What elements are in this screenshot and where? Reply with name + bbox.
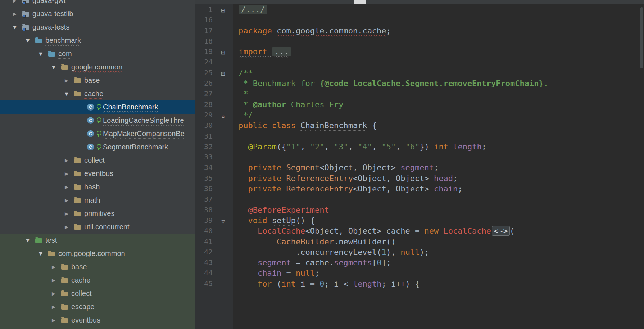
code-text[interactable]: */ xyxy=(233,110,253,120)
chevron-right-icon[interactable]: ▶ xyxy=(65,171,74,176)
folded-region-chip[interactable]: <~> xyxy=(492,226,510,236)
code-token: void xyxy=(248,216,267,225)
tree-item-guava-tests[interactable]: ▼guava-tests xyxy=(0,21,195,34)
tree-item-google-common[interactable]: ▼google.common xyxy=(0,60,195,74)
code-token: LocalCache xyxy=(258,226,305,235)
chevron-right-icon[interactable]: ▶ xyxy=(52,317,61,323)
code-text[interactable] xyxy=(233,194,239,204)
code-token: , xyxy=(372,142,382,151)
scrollbar-thumb[interactable] xyxy=(640,7,643,68)
test-scope-filler xyxy=(0,327,195,329)
tree-item-label: cache xyxy=(84,90,105,98)
chevron-right-icon[interactable]: ▶ xyxy=(52,291,61,296)
code-text[interactable]: @BeforeExperiment xyxy=(233,205,329,215)
chevron-down-icon[interactable]: ▼ xyxy=(26,38,35,43)
class-icon: C xyxy=(87,117,94,124)
code-text[interactable]: * xyxy=(233,89,248,99)
tree-item-guava-testlib[interactable]: ▶guava-testlib xyxy=(0,7,195,21)
chevron-right-icon[interactable]: ▶ xyxy=(52,278,61,283)
code-text[interactable]: .concurrencyLevel(1), null); xyxy=(233,247,429,257)
code-text[interactable]: * @author Charles Fry xyxy=(233,99,343,110)
code-token: ]; xyxy=(381,258,391,267)
chevron-down-icon[interactable]: ▼ xyxy=(26,238,35,243)
code-text[interactable] xyxy=(233,57,239,67)
tree-item-hash[interactable]: ▶hash xyxy=(0,180,195,194)
tree-item-segmentbenchmark[interactable]: CSegmentBenchmark xyxy=(0,140,195,154)
fold-marker-icon[interactable]: ⌂ xyxy=(213,110,233,120)
code-token xyxy=(239,174,248,183)
code-text[interactable] xyxy=(233,36,239,46)
fold-gutter xyxy=(213,247,233,257)
chevron-right-icon[interactable]: ▶ xyxy=(52,304,61,310)
chevron-down-icon[interactable]: ▼ xyxy=(39,51,48,57)
tree-item-math[interactable]: ▶math xyxy=(0,194,195,207)
chevron-down-icon[interactable]: ▼ xyxy=(39,251,48,256)
tree-item-util-concurrent[interactable]: ▶util.concurrent xyxy=(0,220,195,234)
code-text[interactable]: import ... xyxy=(233,46,291,57)
chevron-right-icon[interactable]: ▶ xyxy=(65,211,74,216)
tree-item-base[interactable]: ▶base xyxy=(0,260,195,274)
code-text[interactable]: /.../ xyxy=(233,4,267,15)
code-text[interactable]: chain = null; xyxy=(233,268,319,278)
code-text[interactable]: public class ChainBenchmark { xyxy=(233,120,377,131)
tree-item-mapmakercomparisonbe[interactable]: CMapMakerComparisonBe xyxy=(0,127,195,140)
tree-item-escape[interactable]: ▶escape xyxy=(0,300,195,314)
chevron-right-icon[interactable]: ▶ xyxy=(65,184,74,190)
fold-marker-icon[interactable]: ⊞ xyxy=(213,46,233,57)
tree-item-eventbus[interactable]: ▶eventbus xyxy=(0,167,195,180)
chevron-right-icon[interactable]: ▶ xyxy=(65,78,74,83)
editor-line: 35 private ReferenceEntry<Object, Object… xyxy=(195,173,644,184)
folded-region-chip[interactable]: ... xyxy=(272,47,291,56)
fold-marker-icon[interactable]: ⊟ xyxy=(213,68,233,78)
code-text[interactable]: package com.google.common.cache; xyxy=(233,26,391,36)
tree-item-loadingcachesinglethre[interactable]: CLoadingCacheSingleThre xyxy=(0,114,195,127)
tree-item-cache[interactable]: ▼cache xyxy=(0,87,195,100)
tree-item-benchmark[interactable]: ▼benchmark xyxy=(0,34,195,47)
code-token: , xyxy=(300,142,310,151)
chevron-right-icon[interactable]: ▶ xyxy=(65,224,74,230)
editor-panel[interactable]: 1⊞/.../1617package com.google.common.cac… xyxy=(195,0,644,329)
tree-item-label: LoadingCacheSingleThre xyxy=(103,116,186,125)
chevron-down-icon[interactable]: ▼ xyxy=(52,64,61,70)
code-text[interactable]: CacheBuilder.newBuilder() xyxy=(233,236,396,247)
project-tree: ▶guava-gwt▶guava-testlib▼guava-tests▼ben… xyxy=(0,0,195,329)
chevron-right-icon[interactable]: ▶ xyxy=(52,264,61,270)
tree-item-cache[interactable]: ▶cache xyxy=(0,274,195,287)
chevron-right-icon[interactable]: ▶ xyxy=(13,11,22,17)
tree-item-collect[interactable]: ▶collect xyxy=(0,287,195,300)
code-text[interactable] xyxy=(233,131,239,141)
code-text[interactable]: private ReferenceEntry<Object, Object> c… xyxy=(233,184,463,194)
code-text[interactable]: segment = cache.segments[0]; xyxy=(233,257,391,268)
chevron-right-icon[interactable]: ▶ xyxy=(65,198,74,203)
line-number: 19 xyxy=(195,46,213,57)
tree-item-guava-gwt[interactable]: ▶guava-gwt xyxy=(0,0,195,7)
code-text[interactable] xyxy=(233,15,239,25)
code-text[interactable]: LocalCache<Object, Object> cache = new L… xyxy=(233,226,514,236)
fold-marker-icon[interactable]: ⊞ xyxy=(213,4,233,15)
code-text[interactable]: private ReferenceEntry<Object, Object> h… xyxy=(233,173,458,184)
code-text[interactable]: for (int i = 0; i < length; i++) { xyxy=(233,279,419,289)
tree-item-eventbus[interactable]: ▶eventbus xyxy=(0,314,195,327)
code-text[interactable]: /** xyxy=(233,68,253,78)
code-text[interactable]: * Benchmark for {@code LocalCache.Segmen… xyxy=(233,78,548,89)
key-icon xyxy=(96,131,100,137)
tree-item-chainbenchmark[interactable]: CChainBenchmark xyxy=(0,100,195,114)
code-text[interactable]: @Param({"1", "2", "3", "4", "5", "6"}) i… xyxy=(233,141,486,152)
fold-marker-icon[interactable]: ▽ xyxy=(213,215,233,226)
tree-item-test[interactable]: ▼test xyxy=(0,234,195,247)
tree-item-com[interactable]: ▼com xyxy=(0,47,195,60)
chevron-down-icon[interactable]: ▼ xyxy=(65,91,74,96)
tree-item-com-google-common[interactable]: ▼com.google.common xyxy=(0,247,195,260)
chevron-right-icon[interactable]: ▶ xyxy=(65,158,74,163)
chevron-down-icon[interactable]: ▼ xyxy=(13,24,22,30)
chevron-right-icon[interactable]: ▶ xyxy=(13,0,22,3)
editor-line: 42 .concurrencyLevel(1), null); xyxy=(195,247,644,257)
code-text[interactable]: private Segment<Object, Object> segment; xyxy=(233,162,439,173)
folded-region-chip[interactable]: /.../ xyxy=(239,5,267,14)
tree-item-base[interactable]: ▶base xyxy=(0,74,195,87)
tree-item-primitives[interactable]: ▶primitives xyxy=(0,207,195,220)
tree-item-collect[interactable]: ▶collect xyxy=(0,154,195,167)
code-text[interactable] xyxy=(233,152,239,162)
editor-scrollbar[interactable] xyxy=(639,4,644,329)
code-text[interactable]: void setUp() { xyxy=(233,215,315,226)
